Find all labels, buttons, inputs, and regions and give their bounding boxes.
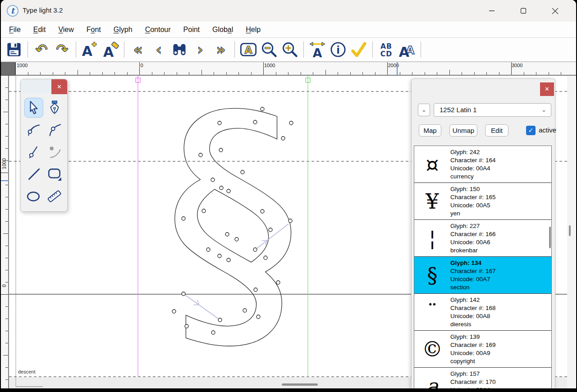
control-node[interactable] bbox=[288, 219, 292, 223]
control-node[interactable] bbox=[218, 254, 221, 258]
unmap-button[interactable]: Unmap bbox=[449, 124, 477, 137]
glyph-name: currency bbox=[450, 173, 496, 181]
control-node[interactable] bbox=[182, 217, 185, 220]
glyph-info-block: Glyph: 142 Character #: 168 Unicode: 00A… bbox=[450, 296, 496, 328]
glyph-list-item[interactable]: © Glyph: 139 Character #: 169 Unicode: 0… bbox=[414, 331, 551, 368]
glyph-list-item[interactable]: § Glyph: 134 Character #: 167 Unicode: 0… bbox=[414, 257, 551, 294]
glyph-number: Glyph: 227 bbox=[450, 222, 496, 230]
glyph-character-number: Character #: 169 bbox=[450, 341, 496, 349]
control-node[interactable] bbox=[185, 324, 188, 328]
control-node[interactable] bbox=[172, 310, 176, 313]
rounded-rectangle-icon bbox=[47, 167, 62, 181]
control-node[interactable] bbox=[235, 237, 238, 241]
tool-measure[interactable] bbox=[45, 186, 64, 206]
panel-close-button[interactable]: ✕ bbox=[540, 82, 554, 96]
ellipse-icon bbox=[26, 189, 41, 203]
drawing-toolbox[interactable]: ✕ bbox=[20, 79, 68, 212]
control-node[interactable] bbox=[243, 309, 247, 312]
control-node[interactable] bbox=[211, 331, 215, 334]
control-node[interactable] bbox=[218, 121, 221, 125]
glyph-list-scrollbar-thumb[interactable] bbox=[549, 227, 551, 248]
glyph-list-item[interactable]: ¥ Glyph: 150 Character #: 165 Unicode: 0… bbox=[414, 183, 551, 220]
vertical-scrollbar-track[interactable] bbox=[567, 76, 575, 388]
control-node[interactable] bbox=[264, 256, 267, 260]
glyph-preview: § bbox=[414, 257, 450, 294]
glyph-list-item[interactable]: a Glyph: 157 Character #: 170 Unicode: 0… bbox=[414, 368, 551, 388]
glyph-list-item[interactable]: ¦ Glyph: 227 Character #: 166 Unicode: 0… bbox=[414, 220, 551, 257]
glyph-unicode: Unicode: 00AA bbox=[450, 386, 496, 388]
control-node[interactable] bbox=[225, 232, 229, 236]
control-node[interactable] bbox=[289, 121, 293, 125]
glyph-info-block: Glyph: 242 Character #: 164 Unicode: 00A… bbox=[450, 148, 496, 181]
glyph-list-item[interactable]: ¨ Glyph: 142 Character #: 168 Unicode: 0… bbox=[414, 294, 551, 331]
tool-tangent-point[interactable] bbox=[45, 120, 64, 140]
edit-button[interactable]: Edit bbox=[485, 124, 508, 137]
active-checkbox[interactable]: ✓ bbox=[526, 126, 536, 135]
tool-ellipse[interactable] bbox=[24, 186, 43, 206]
glyph-number: Glyph: 139 bbox=[450, 333, 496, 341]
glyph-info-block: Glyph: 139 Character #: 169 Unicode: 00A… bbox=[450, 333, 496, 365]
glyph-unicode: Unicode: 00A8 bbox=[450, 312, 496, 320]
glyph-name: dieresis bbox=[450, 320, 496, 328]
control-node[interactable] bbox=[220, 186, 223, 190]
glyph-preview: ¤ bbox=[414, 146, 450, 183]
encoding-dropdown[interactable]: 1252 Latin 1 ⌄ bbox=[434, 103, 551, 117]
glyph-name: copyright bbox=[450, 357, 496, 365]
glyph-number: Glyph: 242 bbox=[450, 148, 496, 156]
glyph-info-block: Glyph: 227 Character #: 166 Unicode: 00A… bbox=[450, 222, 496, 255]
glyph-preview: © bbox=[414, 331, 450, 368]
control-node[interactable] bbox=[254, 288, 257, 292]
control-node[interactable] bbox=[227, 258, 230, 262]
control-node[interactable] bbox=[199, 153, 202, 157]
control-node[interactable] bbox=[261, 210, 264, 213]
tool-arc-preview[interactable] bbox=[45, 142, 64, 162]
toolbox-close-button[interactable]: ✕ bbox=[51, 79, 67, 94]
control-node[interactable] bbox=[202, 209, 206, 213]
control-node[interactable] bbox=[261, 107, 264, 111]
control-node[interactable] bbox=[219, 148, 223, 152]
control-node[interactable] bbox=[276, 281, 280, 284]
measure-ruler-icon bbox=[47, 189, 62, 203]
chevron-down-icon: ⌄ bbox=[541, 104, 546, 116]
glyph-preview: ¥ bbox=[414, 183, 450, 220]
glyph-list-item[interactable]: ¤ Glyph: 242 Character #: 164 Unicode: 0… bbox=[414, 146, 551, 183]
map-button[interactable]: Map bbox=[419, 124, 441, 137]
control-node[interactable] bbox=[281, 137, 285, 140]
tangent-point-icon bbox=[47, 123, 62, 137]
tool-select[interactable] bbox=[24, 98, 43, 118]
control-node[interactable] bbox=[227, 189, 230, 193]
glyph-outline[interactable]: § bbox=[162, 55, 304, 386]
tool-line[interactable] bbox=[24, 164, 43, 184]
glyph-name: brokenbar bbox=[450, 246, 496, 255]
control-node[interactable] bbox=[256, 315, 260, 319]
control-node[interactable] bbox=[253, 248, 257, 251]
pen-icon bbox=[48, 100, 61, 115]
vertical-scrollbar-thumb[interactable] bbox=[569, 225, 571, 236]
control-node[interactable] bbox=[253, 120, 257, 124]
encoding-expand-button[interactable]: ⌄ bbox=[418, 104, 430, 116]
glyph-info-block: Glyph: 157 Character #: 170 Unicode: 00A… bbox=[450, 370, 496, 388]
control-node[interactable] bbox=[206, 248, 210, 251]
control-node[interactable] bbox=[211, 178, 215, 182]
control-node[interactable] bbox=[218, 318, 222, 322]
glyph-map-panel[interactable]: ✕ ⌄ 1252 Latin 1 ⌄ Map Unmap Edit ✓ acti… bbox=[411, 78, 555, 388]
glyph-list[interactable]: ¤ Glyph: 242 Character #: 164 Unicode: 0… bbox=[414, 146, 552, 388]
glyph-unicode: Unicode: 00A7 bbox=[450, 275, 496, 283]
tool-line-point[interactable] bbox=[24, 142, 43, 162]
application-window: t Type light 3.2 FileEditViewFontGlyphCo… bbox=[1, 0, 576, 388]
descent-label: descent bbox=[18, 369, 36, 374]
tool-rounded-rectangle[interactable] bbox=[45, 164, 64, 184]
glyph-number: Glyph: 134 bbox=[450, 259, 496, 267]
encoding-value: 1252 Latin 1 bbox=[440, 106, 477, 114]
glyph-unicode: Unicode: 00A6 bbox=[450, 238, 496, 246]
glyph-unicode: Unicode: 00A9 bbox=[450, 349, 496, 357]
glyph-unicode: Unicode: 00A5 bbox=[450, 201, 496, 210]
glyph-preview: ¦ bbox=[414, 220, 450, 257]
control-node[interactable] bbox=[269, 228, 272, 232]
tool-curve-point[interactable] bbox=[24, 120, 43, 140]
control-node[interactable] bbox=[182, 292, 185, 296]
tool-pen[interactable] bbox=[45, 98, 64, 118]
arc-preview-icon bbox=[47, 145, 62, 159]
glyph-unicode: Unicode: 00A4 bbox=[450, 164, 496, 173]
control-node[interactable] bbox=[241, 170, 244, 174]
